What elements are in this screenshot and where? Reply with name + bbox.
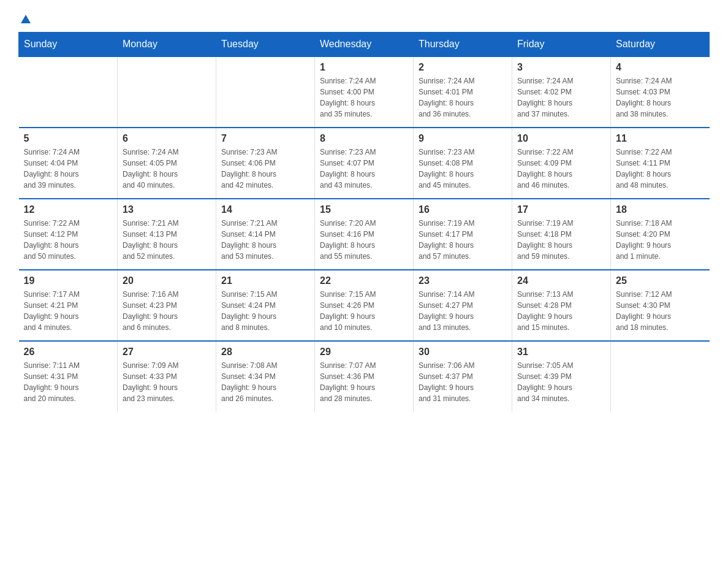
calendar-cell: 22Sunrise: 7:15 AM Sunset: 4:26 PM Dayli…: [315, 270, 414, 341]
calendar-cell: 30Sunrise: 7:06 AM Sunset: 4:37 PM Dayli…: [414, 341, 512, 412]
calendar-cell: 15Sunrise: 7:20 AM Sunset: 4:16 PM Dayli…: [315, 199, 414, 270]
calendar-week-row: 5Sunrise: 7:24 AM Sunset: 4:04 PM Daylig…: [19, 128, 710, 199]
day-number: 18: [616, 204, 705, 215]
day-number: 12: [24, 204, 113, 215]
calendar-cell: 21Sunrise: 7:15 AM Sunset: 4:24 PM Dayli…: [216, 270, 315, 341]
calendar-cell: 12Sunrise: 7:22 AM Sunset: 4:12 PM Dayli…: [19, 199, 118, 270]
day-info: Sunrise: 7:24 AM Sunset: 4:01 PM Dayligh…: [419, 75, 507, 120]
calendar-week-row: 26Sunrise: 7:11 AM Sunset: 4:31 PM Dayli…: [19, 341, 710, 412]
calendar-cell: 29Sunrise: 7:07 AM Sunset: 4:36 PM Dayli…: [315, 341, 414, 412]
weekday-header-saturday: Saturday: [611, 33, 710, 57]
day-info: Sunrise: 7:13 AM Sunset: 4:28 PM Dayligh…: [517, 289, 605, 333]
day-info: Sunrise: 7:24 AM Sunset: 4:02 PM Dayligh…: [517, 75, 605, 120]
calendar-cell: 26Sunrise: 7:11 AM Sunset: 4:31 PM Dayli…: [19, 341, 118, 412]
day-info: Sunrise: 7:11 AM Sunset: 4:31 PM Dayligh…: [24, 360, 113, 404]
day-number: 16: [419, 204, 507, 215]
calendar-week-row: 19Sunrise: 7:17 AM Sunset: 4:21 PM Dayli…: [19, 270, 710, 341]
calendar-cell: 27Sunrise: 7:09 AM Sunset: 4:33 PM Dayli…: [118, 341, 216, 412]
day-info: Sunrise: 7:24 AM Sunset: 4:05 PM Dayligh…: [123, 147, 211, 191]
day-info: Sunrise: 7:17 AM Sunset: 4:21 PM Dayligh…: [24, 289, 113, 333]
calendar-cell: 19Sunrise: 7:17 AM Sunset: 4:21 PM Dayli…: [19, 270, 118, 341]
day-number: 8: [320, 133, 408, 144]
calendar-cell: [216, 56, 315, 128]
calendar-week-row: 1Sunrise: 7:24 AM Sunset: 4:00 PM Daylig…: [19, 56, 710, 128]
day-number: 14: [221, 204, 309, 215]
day-info: Sunrise: 7:15 AM Sunset: 4:26 PM Dayligh…: [320, 289, 408, 333]
day-info: Sunrise: 7:22 AM Sunset: 4:09 PM Dayligh…: [517, 147, 605, 191]
day-info: Sunrise: 7:23 AM Sunset: 4:06 PM Dayligh…: [221, 147, 309, 191]
calendar-cell: 31Sunrise: 7:05 AM Sunset: 4:39 PM Dayli…: [512, 341, 611, 412]
day-info: Sunrise: 7:22 AM Sunset: 4:12 PM Dayligh…: [24, 218, 113, 262]
calendar-cell: [19, 56, 118, 128]
day-info: Sunrise: 7:14 AM Sunset: 4:27 PM Dayligh…: [419, 289, 507, 333]
calendar-cell: 3Sunrise: 7:24 AM Sunset: 4:02 PM Daylig…: [512, 56, 611, 128]
weekday-header-monday: Monday: [118, 33, 216, 57]
calendar-cell: [118, 56, 216, 128]
day-info: Sunrise: 7:18 AM Sunset: 4:20 PM Dayligh…: [616, 218, 705, 262]
day-info: Sunrise: 7:05 AM Sunset: 4:39 PM Dayligh…: [517, 360, 605, 404]
day-info: Sunrise: 7:20 AM Sunset: 4:16 PM Dayligh…: [320, 218, 408, 262]
calendar-cell: [611, 341, 710, 412]
day-number: 30: [419, 347, 507, 358]
calendar-cell: 8Sunrise: 7:23 AM Sunset: 4:07 PM Daylig…: [315, 128, 414, 199]
calendar-cell: 11Sunrise: 7:22 AM Sunset: 4:11 PM Dayli…: [611, 128, 710, 199]
day-number: 11: [616, 133, 705, 144]
day-number: 4: [616, 62, 705, 73]
day-info: Sunrise: 7:12 AM Sunset: 4:30 PM Dayligh…: [616, 289, 705, 333]
day-info: Sunrise: 7:21 AM Sunset: 4:14 PM Dayligh…: [221, 218, 309, 262]
day-number: 10: [517, 133, 605, 144]
calendar-cell: 28Sunrise: 7:08 AM Sunset: 4:34 PM Dayli…: [216, 341, 315, 412]
day-info: Sunrise: 7:23 AM Sunset: 4:08 PM Dayligh…: [419, 147, 507, 191]
weekday-header-wednesday: Wednesday: [315, 33, 414, 57]
day-info: Sunrise: 7:08 AM Sunset: 4:34 PM Dayligh…: [221, 360, 309, 404]
calendar-table: SundayMondayTuesdayWednesdayThursdayFrid…: [18, 32, 710, 412]
day-info: Sunrise: 7:24 AM Sunset: 4:03 PM Dayligh…: [616, 75, 705, 120]
calendar-cell: 10Sunrise: 7:22 AM Sunset: 4:09 PM Dayli…: [512, 128, 611, 199]
logo[interactable]: [18, 12, 32, 26]
day-number: 20: [123, 275, 211, 286]
calendar-cell: 5Sunrise: 7:24 AM Sunset: 4:04 PM Daylig…: [19, 128, 118, 199]
weekday-header-friday: Friday: [512, 33, 611, 57]
day-info: Sunrise: 7:23 AM Sunset: 4:07 PM Dayligh…: [320, 147, 408, 191]
calendar-week-row: 12Sunrise: 7:22 AM Sunset: 4:12 PM Dayli…: [19, 199, 710, 270]
day-number: 29: [320, 347, 408, 358]
calendar-cell: 25Sunrise: 7:12 AM Sunset: 4:30 PM Dayli…: [611, 270, 710, 341]
calendar-cell: 24Sunrise: 7:13 AM Sunset: 4:28 PM Dayli…: [512, 270, 611, 341]
day-number: 13: [123, 204, 211, 215]
day-number: 22: [320, 275, 408, 286]
day-number: 5: [24, 133, 113, 144]
calendar-cell: 6Sunrise: 7:24 AM Sunset: 4:05 PM Daylig…: [118, 128, 216, 199]
weekday-header-tuesday: Tuesday: [216, 33, 315, 57]
day-number: 31: [517, 347, 605, 358]
day-info: Sunrise: 7:21 AM Sunset: 4:13 PM Dayligh…: [123, 218, 211, 262]
day-number: 24: [517, 275, 605, 286]
day-number: 3: [517, 62, 605, 73]
calendar-cell: 20Sunrise: 7:16 AM Sunset: 4:23 PM Dayli…: [118, 270, 216, 341]
day-info: Sunrise: 7:24 AM Sunset: 4:04 PM Dayligh…: [24, 147, 113, 191]
day-info: Sunrise: 7:06 AM Sunset: 4:37 PM Dayligh…: [419, 360, 507, 404]
day-number: 23: [419, 275, 507, 286]
day-number: 6: [123, 133, 211, 144]
day-number: 9: [419, 133, 507, 144]
day-number: 19: [24, 275, 113, 286]
day-info: Sunrise: 7:07 AM Sunset: 4:36 PM Dayligh…: [320, 360, 408, 404]
page-header: [18, 12, 710, 26]
calendar-cell: 7Sunrise: 7:23 AM Sunset: 4:06 PM Daylig…: [216, 128, 315, 199]
calendar-cell: 17Sunrise: 7:19 AM Sunset: 4:18 PM Dayli…: [512, 199, 611, 270]
svg-marker-0: [21, 15, 31, 23]
calendar-cell: 16Sunrise: 7:19 AM Sunset: 4:17 PM Dayli…: [414, 199, 512, 270]
calendar-cell: 23Sunrise: 7:14 AM Sunset: 4:27 PM Dayli…: [414, 270, 512, 341]
day-info: Sunrise: 7:16 AM Sunset: 4:23 PM Dayligh…: [123, 289, 211, 333]
day-number: 25: [616, 275, 705, 286]
day-number: 17: [517, 204, 605, 215]
calendar-cell: 18Sunrise: 7:18 AM Sunset: 4:20 PM Dayli…: [611, 199, 710, 270]
day-number: 7: [221, 133, 309, 144]
day-number: 2: [419, 62, 507, 73]
day-info: Sunrise: 7:22 AM Sunset: 4:11 PM Dayligh…: [616, 147, 705, 191]
day-info: Sunrise: 7:15 AM Sunset: 4:24 PM Dayligh…: [221, 289, 309, 333]
logo-triangle-icon: [20, 13, 32, 26]
calendar-cell: 9Sunrise: 7:23 AM Sunset: 4:08 PM Daylig…: [414, 128, 512, 199]
day-info: Sunrise: 7:24 AM Sunset: 4:00 PM Dayligh…: [320, 75, 408, 120]
day-number: 21: [221, 275, 309, 286]
day-info: Sunrise: 7:19 AM Sunset: 4:18 PM Dayligh…: [517, 218, 605, 262]
